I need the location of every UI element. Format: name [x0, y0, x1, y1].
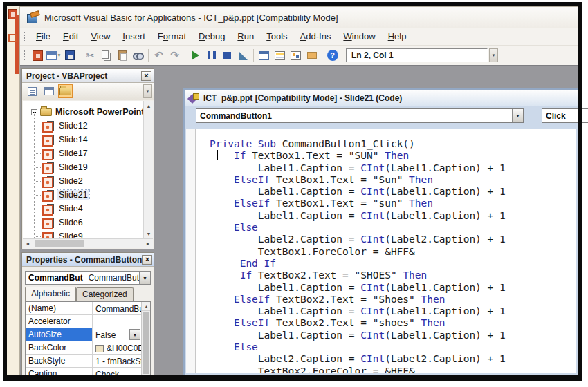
property-row-name[interactable]: (Name)CommandButtc — [26, 302, 141, 315]
tree-item-slide4[interactable]: Slide4 — [35, 202, 84, 216]
scroll-down-icon[interactable]: ▼ — [144, 229, 154, 238]
project-tree-hscrollbar[interactable]: ◄ ► — [23, 238, 153, 248]
project-tree-vscrollbar[interactable]: ▲ ▼ — [143, 101, 153, 238]
code-line[interactable]: ElseIf TextBox2.Text = "Shoes" Then — [196, 294, 576, 305]
properties-panel-caption[interactable]: Properties - CommandButton × — [22, 253, 154, 267]
paste-button[interactable] — [114, 48, 130, 63]
menu-item-tools[interactable]: Tools — [260, 29, 293, 44]
property-row-autosize[interactable]: AutoSizeFalse▼ — [26, 328, 141, 341]
code-line[interactable]: ElseIf TextBox1.Text = "sun" Then — [196, 198, 576, 209]
run-button[interactable] — [187, 48, 203, 63]
code-line[interactable]: End If — [196, 258, 576, 270]
tree-item-root[interactable]: Microsoft PowerPoint — [31, 105, 144, 119]
menu-item-window[interactable]: Window — [337, 29, 381, 44]
project-toolbar-overflow-button[interactable]: ▼ — [143, 84, 152, 98]
code-line[interactable]: Label2.Caption = CInt(Label2.Caption) + … — [196, 234, 576, 245]
redo-button[interactable]: ↷ — [167, 48, 183, 63]
menu-item-addins[interactable]: Add-Ins — [294, 29, 338, 44]
chevron-down-icon[interactable]: ▼ — [139, 272, 150, 284]
reset-button[interactable] — [219, 48, 235, 63]
chevron-down-icon[interactable]: ▼ — [512, 109, 523, 122]
scroll-left-icon[interactable]: ◄ — [23, 239, 33, 249]
menu-item-run[interactable]: Run — [231, 29, 260, 44]
copy-button[interactable] — [98, 48, 114, 63]
code-line[interactable]: Label2.Caption = CInt(Label2.Caption) + … — [196, 353, 576, 365]
code-line[interactable]: If TextBox2.Text = "SHOES" Then — [196, 270, 576, 281]
break-button[interactable] — [203, 48, 219, 63]
project-close-button[interactable]: × — [141, 71, 151, 81]
code-line[interactable]: Label1.Caption = CInt(Label1.Caption) + … — [196, 330, 576, 341]
property-value[interactable]: Check — [93, 368, 141, 376]
view-powerpoint-button[interactable] — [30, 48, 46, 63]
toolbar-overflow-button[interactable]: ▼ — [489, 48, 498, 62]
code-line[interactable]: If TextBox1.Text = "SUN" Then — [196, 150, 576, 162]
tree-item-slide14[interactable]: Slide14 — [35, 133, 89, 147]
code-line[interactable]: TextBox2.ForeColor = &HFF& — [196, 366, 576, 373]
property-value[interactable]: False▼ — [93, 328, 141, 341]
property-row-backcolor[interactable]: BackColor&H00C0E0F — [26, 341, 141, 355]
properties-close-button[interactable]: × — [142, 255, 152, 265]
properties-window-button[interactable] — [272, 48, 288, 63]
toolbox-button[interactable] — [304, 48, 320, 63]
code-line[interactable]: ElseIf TextBox1.Text = "Sun" Then — [196, 174, 576, 186]
property-row-backstyle[interactable]: BackStyle1 - fmBackStyl — [26, 355, 141, 368]
code-line[interactable]: Label1.Caption = CInt(Label1.Caption) + … — [196, 186, 576, 198]
scroll-up-icon[interactable]: ▲ — [144, 101, 154, 111]
help-button[interactable]: ? — [324, 48, 340, 63]
hscroll-thumb[interactable] — [35, 240, 84, 247]
property-row-accelerator[interactable]: Accelerator — [26, 315, 141, 328]
menu-item-format[interactable]: Format — [151, 29, 192, 44]
save-button[interactable] — [62, 48, 77, 63]
property-value[interactable]: 1 - fmBackStyl — [93, 355, 141, 367]
tree-item-slide12[interactable]: Slide12 — [35, 119, 89, 133]
object-browser-button[interactable] — [288, 48, 304, 63]
code-text[interactable]: Private Sub CommandButton1_Click() If Te… — [196, 138, 576, 373]
menu-item-view[interactable]: View — [84, 29, 116, 44]
code-editor[interactable]: Private Sub CommandButton1_Click() If Te… — [186, 129, 576, 373]
code-line[interactable]: Else — [196, 341, 576, 353]
project-explorer-button[interactable] — [256, 48, 272, 63]
scroll-up-icon[interactable]: ▲ — [142, 302, 151, 311]
insert-userform-button[interactable]: ▼ — [46, 48, 62, 63]
menu-item-help[interactable]: Help — [382, 29, 413, 44]
property-value[interactable] — [93, 315, 141, 328]
tree-item-slide6[interactable]: Slide6 — [35, 216, 84, 229]
tab-alphabetic[interactable]: Alphabetic — [25, 287, 76, 301]
object-combobox[interactable]: CommandBut CommandButtc ▼ — [25, 271, 151, 285]
chevron-down-icon[interactable]: ▼ — [57, 53, 62, 57]
menu-item-insert[interactable]: Insert — [116, 29, 151, 44]
tree-item-slide9[interactable]: Slide9 — [35, 229, 84, 238]
cut-button[interactable]: ✂ — [82, 48, 98, 63]
toggle-folders-button[interactable] — [58, 84, 73, 98]
property-row-caption[interactable]: CaptionCheck — [26, 368, 141, 376]
code-window-titlebar[interactable]: ICT_p&p.ppt [Compatibility Mode] - Slide… — [185, 90, 578, 106]
code-line[interactable]: Private Sub CommandButton1_Click() — [196, 138, 576, 150]
undo-button[interactable]: ↶ — [151, 48, 167, 63]
chevron-down-icon[interactable]: ▼ — [129, 329, 140, 340]
tree-item-slide2[interactable]: Slide2 — [35, 174, 84, 188]
code-line[interactable]: TextBox1.ForeColor = &HFF& — [196, 246, 576, 258]
toolbar-grip[interactable] — [23, 50, 26, 61]
procedure-dropdown[interactable]: Click — [542, 108, 588, 123]
code-line[interactable]: Label1.Caption = CInt(Label1.Caption) + … — [196, 162, 576, 174]
scroll-right-icon[interactable]: ► — [143, 239, 153, 249]
menu-grip[interactable] — [23, 31, 26, 42]
property-value[interactable]: &H00C0E0F — [93, 341, 141, 354]
tab-categorized[interactable]: Categorized — [76, 287, 134, 301]
design-mode-button[interactable] — [235, 48, 251, 63]
tree-item-slide17[interactable]: Slide17 — [35, 147, 89, 160]
properties-grid-vscrollbar[interactable]: ▲ — [141, 302, 150, 375]
view-code-button[interactable] — [25, 84, 39, 98]
code-line[interactable]: Label1.Caption = CInt(Label1.Caption) + … — [196, 282, 576, 294]
project-panel-caption[interactable]: Project - VBAProject × — [22, 69, 154, 83]
code-line[interactable]: Label1.Caption = CInt(Label1.Caption) + … — [196, 210, 576, 222]
menu-item-debug[interactable]: Debug — [192, 29, 231, 44]
object-dropdown[interactable]: CommandButton1 ▼ — [196, 108, 524, 123]
code-line[interactable]: Label1.Caption = CInt(Label1.Caption) + … — [196, 305, 576, 317]
menu-item-file[interactable]: File — [30, 29, 57, 44]
code-line[interactable]: Else — [196, 222, 576, 234]
find-button[interactable] — [130, 48, 146, 63]
code-line[interactable]: ElseIf TextBox2.Text = "shoes" Then — [196, 317, 576, 329]
tree-item-slide19[interactable]: Slide19 — [35, 160, 89, 174]
vscroll-thumb[interactable] — [143, 312, 149, 374]
